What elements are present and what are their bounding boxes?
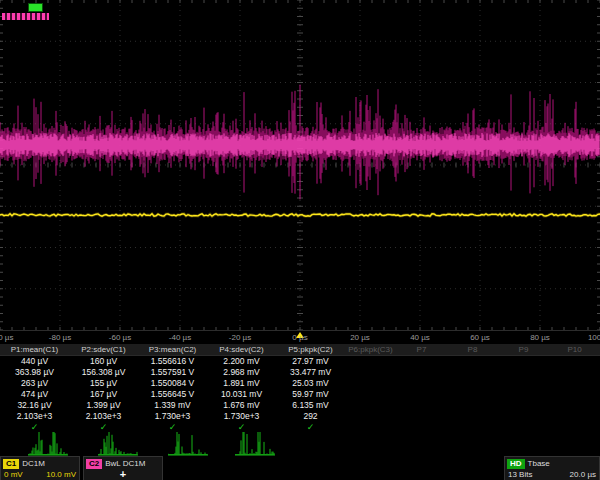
plot-area <box>0 0 600 330</box>
param-value <box>345 411 396 422</box>
param-value <box>396 367 447 378</box>
param-column-P9: P9 <box>498 344 549 433</box>
param-value: 2.968 mV <box>207 367 276 378</box>
oscilloscope-screen: -100 µs-80 µs-60 µs-40 µs-20 µs0 µs20 µs… <box>0 0 600 480</box>
param-value: 1.730e+3 <box>207 411 276 422</box>
param-value: 2.200 mV <box>207 356 276 367</box>
timebase-scale: 20.0 µs <box>570 469 596 480</box>
param-value: 2.103e+3 <box>0 411 69 422</box>
param-value: 363.98 µV <box>0 367 69 378</box>
param-column-P7: P7 <box>396 344 447 433</box>
param-value <box>345 400 396 411</box>
time-label: 0 µs <box>292 333 307 342</box>
param-header-P2[interactable]: P2:sdev(C1) <box>69 344 138 356</box>
param-value <box>498 389 549 400</box>
param-value <box>447 367 498 378</box>
param-value <box>498 356 549 367</box>
time-label: 40 µs <box>410 333 430 342</box>
param-value: 156.308 µV <box>69 367 138 378</box>
c1-vdiv: 10.0 mV <box>46 469 76 480</box>
param-value: 1.556616 V <box>138 356 207 367</box>
param-value <box>396 411 447 422</box>
param-column-P5: P5:pkpk(C2)27.97 mV33.477 mV25.03 mV59.9… <box>276 344 345 433</box>
param-header-P1[interactable]: P1:mean(C1) <box>0 344 69 356</box>
c2-descriptor[interactable]: C2 BwL DC1M + <box>83 456 163 480</box>
time-label: -80 µs <box>49 333 71 342</box>
c1-offset: 0 mV <box>4 469 23 480</box>
c2-position-marker[interactable]: + <box>87 469 159 480</box>
param-header-P6[interactable]: P6:pkpk(C3) <box>345 344 396 356</box>
param-value: 440 µV <box>0 356 69 367</box>
param-header-P7[interactable]: P7 <box>396 344 447 356</box>
param-value <box>396 356 447 367</box>
param-header-P9[interactable]: P9 <box>498 344 549 356</box>
param-header-P10[interactable]: P10 <box>549 344 600 356</box>
histicon-P2[interactable] <box>98 430 138 456</box>
c2-badges: BwL DC1M <box>105 459 145 468</box>
param-value: 292 <box>276 411 345 422</box>
param-value <box>396 400 447 411</box>
param-value <box>549 356 600 367</box>
trace-annotation-tag <box>2 13 49 20</box>
histicon-P3[interactable] <box>168 430 208 456</box>
param-value: 6.135 mV <box>276 400 345 411</box>
param-value: 10.031 mV <box>207 389 276 400</box>
time-label: 80 µs <box>530 333 550 342</box>
time-label: -40 µs <box>169 333 191 342</box>
param-header-P3[interactable]: P3:mean(C2) <box>138 344 207 356</box>
param-value <box>498 367 549 378</box>
c1-channel-chip[interactable]: C1 <box>3 459 19 469</box>
param-value: 25.03 mV <box>276 378 345 389</box>
param-column-P6: P6:pkpk(C3) <box>345 344 396 433</box>
c1-coupling-badge: DC1M <box>22 459 45 468</box>
waveform-layer <box>0 0 600 330</box>
param-value <box>549 411 600 422</box>
param-value <box>345 389 396 400</box>
param-value: 1.339 mV <box>138 400 207 411</box>
param-value: 32.16 µV <box>0 400 69 411</box>
histicon-P1[interactable] <box>28 430 68 456</box>
descriptor-bar: C1 DC1M 0 mV 10.0 mV C2 BwL DC1M + HD Tb… <box>0 456 600 480</box>
param-value: 27.97 mV <box>276 356 345 367</box>
time-label: -60 µs <box>109 333 131 342</box>
time-label: -100 µs <box>0 333 13 342</box>
param-value: 1.556645 V <box>138 389 207 400</box>
param-header-P5[interactable]: P5:pkpk(C2) <box>276 344 345 356</box>
acquisition-status-chip <box>28 3 43 12</box>
param-header-P8[interactable]: P8 <box>447 344 498 356</box>
param-value: 1.399 µV <box>69 400 138 411</box>
param-column-P3: P3:mean(C2)1.556616 V1.557591 V1.550084 … <box>138 344 207 433</box>
param-value <box>549 367 600 378</box>
param-value: 59.97 mV <box>276 389 345 400</box>
param-value <box>447 378 498 389</box>
time-label: 20 µs <box>350 333 370 342</box>
c2-channel-chip[interactable]: C2 <box>86 459 102 469</box>
timebase-label: Tbase <box>528 459 550 468</box>
timebase-bits: 13 Bits <box>508 469 532 480</box>
param-value <box>396 378 447 389</box>
param-value: 1.730e+3 <box>138 411 207 422</box>
timebase-descriptor[interactable]: HD Tbase 13 Bits 20.0 µs <box>504 456 600 480</box>
param-header-P4[interactable]: P4:sdev(C2) <box>207 344 276 356</box>
histicon-P4[interactable] <box>235 430 275 456</box>
param-value <box>549 389 600 400</box>
param-value: 167 µV <box>69 389 138 400</box>
measure-table: P1:mean(C1)440 µV363.98 µV263 µV474 µV32… <box>0 344 600 433</box>
param-value <box>447 411 498 422</box>
param-value <box>345 367 396 378</box>
param-value <box>396 389 447 400</box>
param-value: 2.103e+3 <box>69 411 138 422</box>
param-value <box>549 400 600 411</box>
param-value: 160 µV <box>69 356 138 367</box>
param-value <box>498 400 549 411</box>
time-label: 60 µs <box>470 333 490 342</box>
param-column-P4: P4:sdev(C2)2.200 mV2.968 mV1.891 mV10.03… <box>207 344 276 433</box>
param-value: 263 µV <box>0 378 69 389</box>
param-column-P10: P10 <box>549 344 600 433</box>
param-value: 155 µV <box>69 378 138 389</box>
param-value: 474 µV <box>0 389 69 400</box>
param-value <box>498 378 549 389</box>
c1-descriptor[interactable]: C1 DC1M 0 mV 10.0 mV <box>0 456 80 480</box>
param-column-P8: P8 <box>447 344 498 433</box>
param-value <box>447 389 498 400</box>
